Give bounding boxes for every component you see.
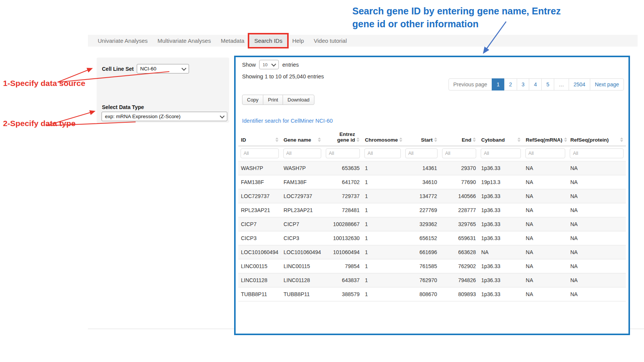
column-header-inner: RefSeq(mRNA) [526, 137, 565, 143]
filter-cell [523, 146, 568, 161]
cell-id: WASH7P [238, 161, 281, 175]
download-button[interactable]: Download [283, 95, 314, 105]
cell-id: LOC101060494 [238, 245, 281, 259]
chevron-down-icon [181, 66, 186, 71]
table-row: CICP7CICP710028866713293623297651p36.33N… [238, 217, 626, 231]
cell-start: 808670 [403, 287, 440, 301]
column-label: Cytoband [481, 137, 505, 143]
cell-id: CICP3 [238, 231, 281, 245]
column-header-refseq-mrna[interactable]: RefSeq(mRNA) [523, 126, 568, 146]
cell-end: 794826 [440, 273, 478, 287]
column-header-start[interactable]: Start [403, 126, 440, 146]
tab-univariate-analyses[interactable]: Univariate Analyses [93, 35, 153, 47]
page-button-[interactable]: … [554, 78, 569, 90]
cell-refseq-protein: NA [567, 259, 626, 273]
cell-line-set-select[interactable]: NCI-60 [137, 64, 189, 73]
cell-gene-name: LOC729737 [281, 189, 324, 203]
filter-cell [324, 146, 362, 161]
export-button-group: CopyPrintDownload [242, 95, 314, 105]
sort-down-icon [473, 140, 476, 142]
cell-start: 656152 [403, 231, 440, 245]
cell-chromosome: 1 [362, 231, 403, 245]
header-row: IDGene nameEntrez gene idChromosomeStart… [238, 126, 626, 146]
page-button-5[interactable]: 5 [541, 78, 554, 90]
filter-input-start[interactable] [405, 148, 438, 158]
chevron-down-icon [220, 114, 225, 119]
sort-icon [620, 137, 623, 143]
cell-id: FAM138F [238, 175, 281, 189]
sort-icon [399, 137, 402, 143]
cell-cytoband: 1p36.33 [478, 231, 523, 245]
column-header-refseq-protein[interactable]: RefSeq(protein) [567, 126, 626, 146]
column-header-end[interactable]: End [440, 126, 478, 146]
cell-entrez-gene-id: 729737 [324, 189, 362, 203]
filter-input-refseq-protein[interactable] [570, 148, 624, 158]
cell-cytoband: 1p36.33 [478, 217, 523, 231]
sort-icon [318, 137, 321, 143]
page-button-3[interactable]: 3 [517, 78, 530, 90]
cell-refseq-mrna: NA [523, 287, 568, 301]
column-header-gene-name[interactable]: Gene name [281, 126, 324, 146]
filter-input-entrez-gene-id[interactable] [326, 148, 360, 158]
tab-metadata[interactable]: Metadata [216, 35, 250, 47]
cell-start: 329362 [403, 217, 440, 231]
tab-help[interactable]: Help [287, 35, 309, 47]
copy-button[interactable]: Copy [242, 95, 263, 105]
cell-cytoband: 1p36.33 [478, 189, 523, 203]
cell-refseq-protein: NA [567, 175, 626, 189]
cell-end: 659631 [440, 231, 478, 245]
column-header-cytoband[interactable]: Cytoband [478, 126, 523, 146]
tab-video-tutorial[interactable]: Video tutorial [309, 35, 352, 47]
sort-up-icon [434, 137, 437, 139]
filter-input-chromosome[interactable] [364, 148, 400, 158]
tab-search-ids[interactable]: Search IDs [249, 35, 287, 47]
cell-gene-name: CICP7 [281, 217, 324, 231]
table-row: CICP3CICP310013263016561526596311p36.33N… [238, 231, 626, 245]
cell-chromosome: 1 [362, 175, 403, 189]
column-header-inner: Cytoband [481, 137, 521, 143]
sort-down-icon [318, 140, 321, 142]
cell-id: LINC00115 [238, 259, 281, 273]
identifier-search-link[interactable]: Identifier search for CellMiner NCI-60 [242, 118, 333, 124]
sort-icon [564, 137, 567, 143]
cell-refseq-mrna: NA [523, 189, 568, 203]
filter-input-gene-name[interactable] [283, 148, 322, 158]
column-header-inner: RefSeq(protein) [570, 137, 623, 143]
page-button-2[interactable]: 2 [504, 78, 517, 90]
search-ids-panel: Show 10 entries Showing 1 to 10 of 25,04… [234, 56, 630, 335]
next-page-button[interactable]: Next page [590, 78, 624, 90]
page-button-4[interactable]: 4 [529, 78, 542, 90]
filter-input-end[interactable] [442, 148, 476, 158]
data-type-value: exp: mRNA Expression (Z-Score) [105, 114, 181, 119]
column-header-chromosome[interactable]: Chromosome [362, 126, 403, 146]
table-row: WASH7PWASH7P653635114361293701p36.33NANA [238, 161, 626, 175]
cell-end: 228777 [440, 203, 478, 217]
filter-input-cytoband[interactable] [481, 148, 521, 158]
cell-id: CICP7 [238, 217, 281, 231]
print-button[interactable]: Print [263, 95, 283, 105]
cell-entrez-gene-id: 653635 [324, 161, 362, 175]
cell-end: 77690 [440, 175, 478, 189]
cell-end: 29370 [440, 161, 478, 175]
filter-input-id[interactable] [241, 148, 279, 158]
cell-start: 34610 [403, 175, 440, 189]
cell-id: LOC729737 [238, 189, 281, 203]
column-label: End [462, 137, 472, 143]
sort-down-icon [356, 140, 360, 142]
filter-input-refseq-mrna[interactable] [525, 148, 566, 158]
page-button-1[interactable]: 1 [492, 78, 505, 90]
cell-gene-name: CICP3 [281, 231, 324, 245]
cell-chromosome: 1 [362, 259, 403, 273]
sort-up-icon [318, 137, 321, 139]
tab-multivariate-analyses[interactable]: Multivariate Analyses [153, 35, 216, 47]
column-header-entrez-gene-id[interactable]: Entrez gene id [324, 126, 362, 146]
column-header-id[interactable]: ID [238, 126, 281, 146]
previous-page-button[interactable]: Previous page [449, 78, 492, 90]
cell-end: 663628 [440, 245, 478, 259]
page-length-select[interactable]: 10 [259, 60, 279, 69]
cell-cytoband: 1p36.33 [478, 287, 523, 301]
page-button-2504[interactable]: 2504 [569, 78, 590, 90]
cell-chromosome: 1 [362, 189, 403, 203]
sort-down-icon [399, 140, 402, 142]
data-type-select[interactable]: exp: mRNA Expression (Z-Score) [102, 112, 227, 121]
